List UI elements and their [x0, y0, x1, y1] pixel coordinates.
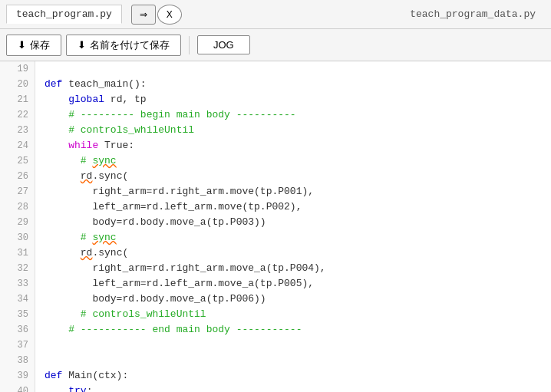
line-num-31: 31	[6, 245, 28, 261]
line-num-37: 37	[6, 338, 28, 353]
code-line-34: body=rd.body.move_a(tp.P006))	[45, 292, 551, 307]
code-line-23: # controls_whileUntil	[45, 123, 551, 138]
line-num-27: 27	[6, 184, 28, 199]
tab-active[interactable]: teach_program.py	[6, 5, 122, 24]
save-label: 保存	[30, 38, 50, 52]
code-line-28: left_arm=rd.left_arm.move(tp.P002),	[45, 199, 551, 215]
line-num-29: 29	[6, 215, 28, 230]
code-line-29: body=rd.body.move_a(tp.P003))	[45, 215, 551, 230]
code-line-35: # controls_whileUntil	[45, 307, 551, 322]
code-line-24: while True:	[45, 138, 551, 153]
save-as-label: 名前を付けて保存	[90, 38, 170, 52]
line-num-19: 19	[6, 61, 28, 77]
close-button[interactable]: X	[157, 5, 182, 25]
code-line-38	[45, 353, 551, 368]
line-num-36: 36	[6, 322, 28, 338]
line-num-21: 21	[6, 92, 28, 107]
line-num-25: 25	[6, 153, 28, 169]
code-line-25: # sync	[45, 153, 551, 169]
save-button[interactable]: ⬇ 保存	[6, 35, 61, 56]
save-icon: ⬇	[18, 39, 26, 51]
code-content[interactable]: def teach_main(): global rd, tp # ------…	[35, 61, 551, 392]
line-num-28: 28	[6, 199, 28, 215]
line-num-26: 26	[6, 169, 28, 184]
line-num-32: 32	[6, 261, 28, 276]
save-as-button[interactable]: ⬇ 名前を付けて保存	[66, 35, 181, 56]
line-num-34: 34	[6, 292, 28, 307]
tab-bar: teach_program.py ⇒ X teach_program_data.…	[0, 0, 551, 29]
jog-button[interactable]: JOG	[197, 35, 250, 54]
code-line-30: # sync	[45, 230, 551, 245]
arrow-button[interactable]: ⇒	[131, 5, 156, 25]
save-as-icon: ⬇	[78, 39, 86, 51]
code-line-39: def Main(ctx):	[45, 368, 551, 384]
code-line-31: rd.sync(	[45, 245, 551, 261]
toolbar: ⬇ 保存 ⬇ 名前を付けて保存 JOG	[0, 29, 551, 61]
toolbar-divider	[189, 36, 190, 54]
code-area: 19 20 21 22 23 24 25 26 27 28 29 30 31 3…	[0, 61, 551, 392]
line-num-20: 20	[6, 77, 28, 92]
code-line-40: try:	[45, 384, 551, 392]
code-line-22: # --------- begin main body ----------	[45, 107, 551, 123]
line-num-30: 30	[6, 230, 28, 245]
line-num-39: 39	[6, 368, 28, 384]
tab-inactive[interactable]: teach_program_data.py	[401, 5, 545, 23]
code-line-19	[45, 61, 551, 77]
line-num-40: 40	[6, 384, 28, 392]
code-line-21: global rd, tp	[45, 92, 551, 107]
line-num-35: 35	[6, 307, 28, 322]
line-numbers: 19 20 21 22 23 24 25 26 27 28 29 30 31 3…	[0, 61, 35, 392]
code-line-32: right_arm=rd.right_arm.move_a(tp.P004),	[45, 261, 551, 276]
line-num-22: 22	[6, 107, 28, 123]
code-line-36: # ----------- end main body -----------	[45, 322, 551, 338]
line-num-38: 38	[6, 353, 28, 368]
code-line-37	[45, 338, 551, 353]
code-line-26: rd.sync(	[45, 169, 551, 184]
line-num-23: 23	[6, 123, 28, 138]
code-line-33: left_arm=rd.left_arm.move_a(tp.P005),	[45, 276, 551, 292]
code-line-20: def teach_main():	[45, 77, 551, 92]
tab-buttons: ⇒ X	[131, 5, 182, 25]
line-num-24: 24	[6, 138, 28, 153]
code-line-27: right_arm=rd.right_arm.move(tp.P001),	[45, 184, 551, 199]
line-num-33: 33	[6, 276, 28, 292]
